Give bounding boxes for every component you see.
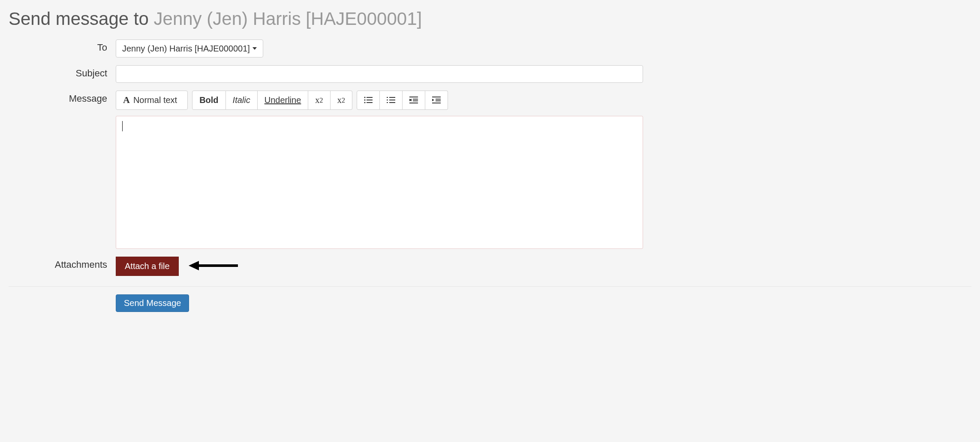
page-title: Send message to Jenny (Jen) Harris [HAJE… [9,9,971,29]
svg-rect-21 [436,100,441,101]
to-dropdown-selected: Jenny (Jen) Harris [HAJE000001] [122,42,250,54]
text-cursor [122,121,123,131]
svg-marker-24 [189,261,199,270]
svg-marker-19 [432,99,434,101]
ordered-list-icon [387,97,395,103]
text-style-label: Normal text [133,94,177,106]
svg-point-0 [364,97,365,98]
italic-button[interactable]: Italic [226,91,258,110]
font-icon: A [123,94,130,107]
arrow-left-icon [189,259,240,272]
subject-input[interactable] [116,65,643,83]
send-message-button[interactable]: Send Message [116,294,189,312]
svg-rect-22 [432,103,441,103]
row-message: Message A Normal text Bold Italic Underl… [9,91,971,249]
bold-button[interactable]: Bold [192,91,225,110]
svg-rect-10 [387,102,388,103]
unordered-list-button[interactable] [357,91,380,110]
svg-point-2 [364,100,365,101]
row-submit: Send Message [116,294,971,312]
page-title-recipient: Jenny (Jen) Harris [HAJE000001] [154,9,422,29]
svg-rect-11 [389,102,395,103]
svg-rect-7 [389,97,395,98]
label-attachments: Attachments [9,257,116,270]
svg-rect-18 [432,97,441,97]
svg-rect-9 [389,100,395,100]
arrow-annotation [189,259,240,274]
text-style-dropdown[interactable]: A Normal text [116,91,188,110]
label-to: To [9,39,116,53]
subscript-button[interactable]: x2 [308,91,330,110]
row-to: To Jenny (Jen) Harris [HAJE000001] [9,39,971,58]
label-subject: Subject [9,65,116,79]
svg-rect-8 [387,100,388,100]
row-subject: Subject [9,65,971,83]
svg-rect-16 [413,100,418,101]
attach-file-button[interactable]: Attach a file [116,257,179,276]
indent-button[interactable] [425,91,448,110]
bullet-list-icon [364,97,373,103]
divider [9,286,971,287]
svg-rect-20 [436,99,441,100]
underline-button[interactable]: Underline [258,91,309,110]
ordered-list-button[interactable] [380,91,403,110]
row-attachments: Attachments Attach a file [9,257,971,276]
to-dropdown[interactable]: Jenny (Jen) Harris [HAJE000001] [116,39,263,58]
caret-down-icon [253,47,257,50]
outdent-button[interactable] [403,91,425,110]
svg-rect-5 [367,102,373,103]
superscript-button[interactable]: x2 [331,91,352,110]
editor-toolbar: A Normal text Bold Italic Underline x2 x… [116,91,643,110]
indent-icon [432,97,441,103]
svg-rect-3 [367,100,373,100]
svg-rect-6 [387,97,388,98]
svg-rect-17 [409,103,418,103]
outdent-icon [409,97,418,103]
svg-rect-15 [413,99,418,100]
page-title-prefix: Send message to [9,9,154,29]
svg-rect-12 [409,97,418,97]
label-message: Message [9,91,116,104]
svg-rect-1 [367,97,373,98]
message-editor[interactable] [116,116,643,249]
svg-point-4 [364,102,365,103]
